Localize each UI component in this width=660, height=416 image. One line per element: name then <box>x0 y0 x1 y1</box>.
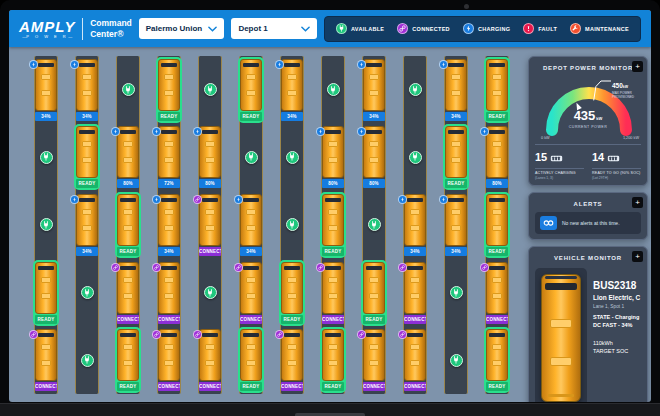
bus-connected[interactable]: CONNECTED <box>158 262 180 324</box>
lane-10-spot-5: CONNECTED <box>404 326 426 394</box>
available-spot-icon <box>81 354 94 367</box>
bus-connected[interactable]: CONNECTED <box>240 262 262 324</box>
lane-3-spot-3: READY <box>117 191 139 259</box>
bus-top-view <box>322 194 344 246</box>
legend-item-maintenance: MAINTENANCE <box>570 23 629 34</box>
bus-connected[interactable]: CONNECTED <box>486 262 508 324</box>
bus-status-label: READY <box>240 382 262 391</box>
bus-status-label: 34% <box>363 112 385 121</box>
bus-connected[interactable]: CONNECTED <box>158 329 180 391</box>
bus-top-view <box>281 59 303 111</box>
bus-ready[interactable]: READY <box>363 262 385 324</box>
webcam-dot <box>464 4 469 9</box>
bus-status-label: READY <box>486 382 508 391</box>
bus-connected[interactable]: CONNECTED <box>117 262 139 324</box>
bus-ready[interactable]: READY <box>117 194 139 256</box>
bus-top-view <box>117 329 139 381</box>
bus-ready[interactable]: READY <box>486 329 508 391</box>
bus-charging[interactable]: 34% <box>240 194 262 256</box>
bus-status-label: 80% <box>363 179 385 188</box>
bus-charging[interactable]: 34% <box>76 59 98 121</box>
depot-dropdown[interactable]: Depot 1 <box>231 18 317 39</box>
bus-ready[interactable]: READY <box>322 194 344 256</box>
bus-charging[interactable]: 34% <box>158 194 180 256</box>
bus-ready[interactable]: READY <box>35 262 57 324</box>
bus-ready[interactable]: READY <box>486 194 508 256</box>
bus-ready[interactable]: READY <box>486 59 508 121</box>
bus-ready[interactable]: READY <box>240 59 262 121</box>
lane-6-spot-3: 34% <box>240 191 262 259</box>
expand-panel-button[interactable]: + <box>632 197 643 208</box>
bus-charging[interactable]: 34% <box>445 59 467 121</box>
bus-charging[interactable]: 34% <box>76 194 98 256</box>
expand-panel-button[interactable]: + <box>632 61 643 72</box>
bus-top-view <box>486 59 508 111</box>
bus-top-view <box>404 329 426 381</box>
panel-title: DEPOT POWER MONITOR <box>543 65 633 71</box>
bus-top-view <box>76 194 98 246</box>
lane-5-spot-1 <box>199 56 221 124</box>
bus-ready[interactable]: READY <box>76 126 98 188</box>
plug-icon <box>336 23 347 34</box>
bus-top-view <box>281 329 303 381</box>
lane-5-spot-4 <box>199 259 221 327</box>
district-dropdown[interactable]: Palermo Union <box>139 18 225 39</box>
bus-top-view <box>363 329 385 381</box>
bus-charging[interactable]: 80% <box>486 126 508 188</box>
bus-connected[interactable]: CONNECTED <box>322 262 344 324</box>
lane-6-spot-1: READY <box>240 56 262 124</box>
lane-4: READY72%34%CONNECTEDCONNECTED <box>157 56 181 394</box>
ready-to-go-stat: 14 READY TO GO (90% SOC) (Lot 29TH) <box>592 148 641 180</box>
lane-1-spot-4: READY <box>35 259 57 327</box>
lane-5-spot-2: 80% <box>199 124 221 192</box>
lane-10-spot-4: CONNECTED <box>404 259 426 327</box>
bolt-icon <box>70 60 79 69</box>
current-power-readout: 435kW CURRENT POWER <box>535 106 641 129</box>
link-icon <box>111 263 120 272</box>
bus-charging[interactable]: 80% <box>117 126 139 188</box>
bus-ready[interactable]: READY <box>240 329 262 391</box>
lane-9: 34%80%READYCONNECTED <box>362 56 386 394</box>
bus-charging[interactable]: 80% <box>322 126 344 188</box>
bus-connected[interactable]: CONNECTED <box>199 329 221 391</box>
legend-label: MAINTENANCE <box>585 26 629 32</box>
bus-top-view <box>322 329 344 381</box>
bus-charging[interactable]: 80% <box>363 126 385 188</box>
legend-item-charging: CHARGING <box>463 23 510 34</box>
bolt-icon <box>152 195 161 204</box>
bus-charging[interactable]: 34% <box>363 59 385 121</box>
expand-panel-button[interactable]: + <box>632 251 643 262</box>
bus-charging[interactable]: 34% <box>35 59 57 121</box>
bus-ready[interactable]: READY <box>117 329 139 391</box>
bus-charging[interactable]: 72% <box>158 126 180 188</box>
dashboard-screen: AMPLY P O W E R Command Center® Palermo … <box>9 10 651 402</box>
bus-charging[interactable]: 80% <box>199 126 221 188</box>
bus-ready[interactable]: READY <box>445 126 467 188</box>
link-icon <box>397 23 408 34</box>
lane-1: 34%READYCONNECTED <box>34 56 58 394</box>
bus-ready[interactable]: READY <box>281 262 303 324</box>
bus-connected[interactable]: CONNECTED <box>281 329 303 391</box>
chevron-down-icon <box>208 26 217 32</box>
logo-sub-text: P O W E R <box>19 35 75 39</box>
bus-status-label: READY <box>35 315 57 324</box>
bus-connected[interactable]: CONNECTED <box>363 329 385 391</box>
bus-charging[interactable]: 34% <box>404 194 426 256</box>
bus-status-label: READY <box>158 112 180 121</box>
lane-2-spot-3: 34% <box>76 191 98 259</box>
bus-connected[interactable]: CONNECTED <box>404 262 426 324</box>
available-spot-icon <box>204 83 217 96</box>
bolt-icon <box>29 60 38 69</box>
bus-charging[interactable]: 34% <box>445 194 467 256</box>
bus-connected[interactable]: CONNECTED <box>404 329 426 391</box>
bus-connected[interactable]: CONNECTED <box>199 194 221 256</box>
bus-ready[interactable]: READY <box>158 59 180 121</box>
lane-11-spot-3: 34% <box>445 191 467 259</box>
lane-10: 34%CONNECTEDCONNECTED <box>403 56 427 394</box>
bus-charging[interactable]: 34% <box>281 59 303 121</box>
bus-ready[interactable]: READY <box>322 329 344 391</box>
bus-model: Lion Electric, C <box>593 294 641 301</box>
bus-connected[interactable]: CONNECTED <box>35 329 57 391</box>
bus-target-soc: TARGET SOC <box>593 348 641 354</box>
lane-8-spot-4: CONNECTED <box>322 259 344 327</box>
